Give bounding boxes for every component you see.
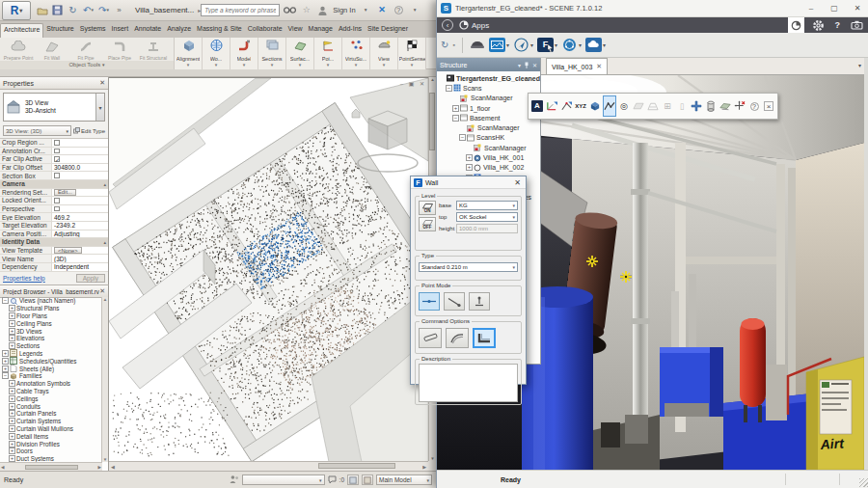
- expand-expand-icon[interactable]: +: [9, 403, 15, 410]
- vr-headset-button[interactable]: [470, 39, 485, 51]
- tab-overflow-icon[interactable]: ▾: [858, 62, 861, 68]
- sync-button[interactable]: ↻: [441, 41, 448, 50]
- property-group-camera[interactable]: Camera▴: [0, 180, 108, 189]
- ribbon-panel-sections[interactable]: Sections▾: [258, 38, 286, 69]
- sync-button[interactable]: ↻: [67, 4, 79, 17]
- expand-expand-icon[interactable]: +: [9, 425, 15, 432]
- top-level-select[interactable]: OK Sockel▾: [456, 212, 518, 222]
- tree-item-duct-systems[interactable]: +Duct Systems: [0, 455, 102, 462]
- tree-item-1-floor[interactable]: +1_floor: [437, 103, 540, 113]
- pointcloud-export-button[interactable]: ▾: [585, 38, 606, 52]
- navigation-button[interactable]: ▾: [513, 38, 533, 52]
- property-value[interactable]: [52, 155, 108, 163]
- asbuilt-app-button[interactable]: ▪: [452, 41, 454, 48]
- edit-type-button[interactable]: Edit Type: [73, 127, 105, 134]
- tree-item-families[interactable]: −Families: [0, 372, 102, 380]
- property-value[interactable]: (3D): [52, 255, 108, 262]
- chevron-down-icon[interactable]: ▾: [555, 41, 557, 48]
- property-value[interactable]: [52, 205, 108, 213]
- ribbon-tab-insert[interactable]: Insert: [109, 23, 132, 38]
- properties-help-link[interactable]: Properties help: [3, 275, 45, 282]
- expand-collapse-icon[interactable]: −: [452, 115, 459, 122]
- expand-collapse-icon[interactable]: −: [2, 297, 9, 304]
- point-mode-drop-button[interactable]: [469, 292, 490, 311]
- qat-more-button[interactable]: »: [113, 4, 125, 17]
- tree-item-structural-plans[interactable]: +Structural Plans: [0, 305, 102, 312]
- help-circle-icon[interactable]: ?: [832, 17, 844, 33]
- tree-item-villa-hk-001[interactable]: +Villa_HK_001: [437, 152, 540, 162]
- point-mode-axis-button[interactable]: [419, 292, 440, 311]
- save-button[interactable]: [51, 4, 64, 17]
- property-value[interactable]: [52, 139, 108, 147]
- scrollbar-thumb[interactable]: [429, 93, 435, 150]
- checkbox[interactable]: [54, 206, 60, 212]
- curved-wall-button[interactable]: [446, 328, 469, 348]
- chevron-down-icon[interactable]: ▾: [506, 41, 509, 48]
- chevron-down-icon[interactable]: ▾: [187, 62, 190, 68]
- tree-item-cable-trays[interactable]: +Cable Trays: [0, 388, 102, 395]
- expand-expand-icon[interactable]: +: [2, 350, 9, 357]
- polyline-tool[interactable]: [603, 95, 616, 117]
- scrollbar-thumb[interactable]: [25, 465, 78, 470]
- ribbon-tab-collaborate[interactable]: Collaborate: [245, 23, 285, 38]
- tree-item-scanshk[interactable]: −ScansHK: [437, 133, 540, 143]
- ribbon-panel-surfac[interactable]: Surfac...▾: [286, 38, 314, 69]
- checkbox[interactable]: [54, 173, 60, 178]
- tool-fit-wall[interactable]: Fit Wall: [36, 39, 68, 62]
- expand-expand-icon[interactable]: +: [9, 380, 15, 387]
- ribbon-panel-view[interactable]: View▾: [370, 38, 398, 69]
- apps-menu[interactable]: Apps: [459, 20, 489, 30]
- property-value[interactable]: Adjusting: [52, 230, 108, 238]
- select-toggle-button[interactable]: [347, 474, 359, 485]
- tree-item-detail-items[interactable]: +Detail Items: [0, 432, 102, 440]
- tree-item-floor-plans[interactable]: +Floor Plans: [0, 312, 102, 320]
- exchange-apps-icon[interactable]: ✕: [376, 4, 389, 17]
- cylinder-tool[interactable]: [704, 95, 718, 117]
- expand-expand-icon[interactable]: +: [9, 441, 15, 447]
- revit-app-menu-button[interactable]: R▾: [2, 1, 31, 20]
- property-value[interactable]: [52, 148, 108, 155]
- pipe-fitting-tool[interactable]: [690, 95, 703, 117]
- tree-item-sheets-alle[interactable]: +Sheets (Alle): [0, 365, 102, 372]
- project-browser-hscrollbar[interactable]: ◀▶: [0, 462, 102, 471]
- chevron-down-icon[interactable]: ▾: [215, 62, 218, 68]
- base-level-select[interactable]: KG▾: [456, 201, 518, 210]
- close-icon[interactable]: ✕: [512, 178, 523, 187]
- tree-item-views-nach-namen[interactable]: −Views (nach Namen): [0, 297, 102, 305]
- asbuilt-logo[interactable]: A: [530, 95, 544, 117]
- collapse-icon[interactable]: ▴: [103, 181, 108, 187]
- revit-3d-view[interactable]: ‒ ▣ ✕: [109, 77, 428, 461]
- value-button[interactable]: <None>: [54, 247, 82, 254]
- tree-item-scanmanager[interactable]: ScanManager: [437, 122, 540, 132]
- tree-item-scans[interactable]: −Scans: [437, 83, 540, 93]
- tree-item-legends[interactable]: +Legends: [0, 350, 102, 358]
- project-browser-vscrollbar[interactable]: ▲▼: [101, 297, 108, 462]
- expand-collapse-icon[interactable]: −: [446, 85, 452, 92]
- wall-type-select[interactable]: Standard 0.210 m▾: [419, 262, 518, 272]
- ribbon-tab-systems[interactable]: Systems: [77, 23, 109, 38]
- type-selector[interactable]: 3D View 3D-Ansicht ▾: [3, 93, 105, 122]
- webshare-button[interactable]: ▾: [561, 38, 582, 52]
- close-toolbar[interactable]: ×: [762, 95, 775, 117]
- viewer-tab-active[interactable]: Villa_HK_003 ✕: [546, 58, 608, 74]
- tree-item-scanmanager[interactable]: ScanManager: [437, 143, 540, 152]
- close-icon[interactable]: ✕: [532, 62, 537, 68]
- settings-gear-icon[interactable]: [809, 17, 827, 33]
- ribbon-tab-analyze[interactable]: Analyze: [164, 23, 194, 38]
- model-box[interactable]: [588, 95, 602, 117]
- chevron-down-icon[interactable]: ▾: [409, 4, 421, 17]
- feedback-camera-icon[interactable]: [848, 17, 866, 33]
- tree-item-curtain-systems[interactable]: +Curtain Systems: [0, 418, 102, 425]
- chevron-down-icon[interactable]: ▾: [518, 62, 521, 68]
- pin-icon[interactable]: [524, 62, 529, 68]
- view-window-controls[interactable]: ‒ ▣ ✕: [400, 80, 426, 87]
- chevron-down-icon[interactable]: ▾: [271, 62, 274, 68]
- level-on-button[interactable]: ON: [419, 201, 436, 215]
- chevron-down-icon[interactable]: ▾: [327, 62, 330, 68]
- expand-expand-icon[interactable]: +: [9, 410, 15, 417]
- expand-collapse-icon[interactable]: −: [2, 372, 9, 379]
- ribbon-tab-manage[interactable]: Manage: [306, 23, 336, 38]
- ribbon-panel-model[interactable]: Model▾: [231, 38, 258, 69]
- ribbon-tab-architecture[interactable]: Architecture: [0, 23, 43, 38]
- coordinate-system[interactable]: [545, 95, 558, 117]
